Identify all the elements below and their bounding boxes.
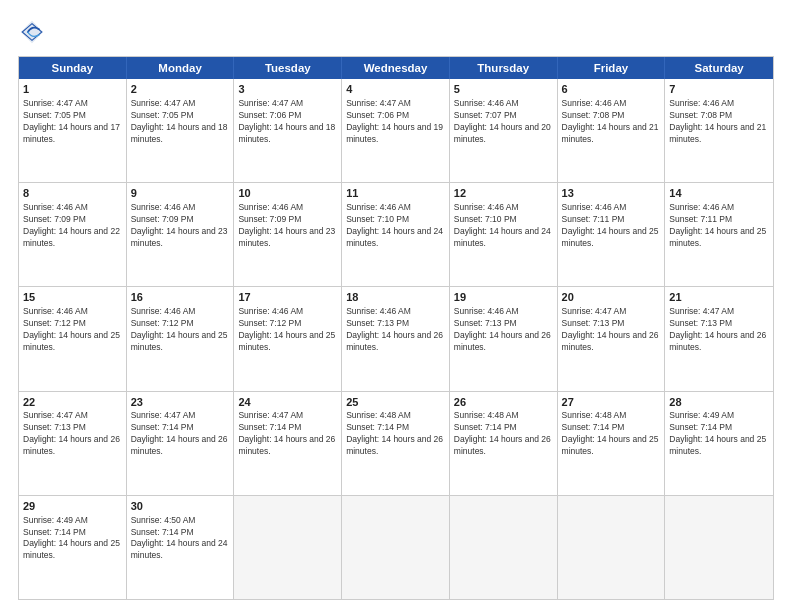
- day-info: Sunrise: 4:46 AMSunset: 7:09 PMDaylight:…: [238, 202, 337, 250]
- empty-cell: [558, 496, 666, 599]
- calendar-week-2: 8Sunrise: 4:46 AMSunset: 7:09 PMDaylight…: [19, 182, 773, 286]
- calendar-header-row: SundayMondayTuesdayWednesdayThursdayFrid…: [19, 57, 773, 79]
- logo-icon: [18, 18, 46, 46]
- header: [18, 18, 774, 46]
- day-number: 14: [669, 186, 769, 201]
- day-cell-4: 4Sunrise: 4:47 AMSunset: 7:06 PMDaylight…: [342, 79, 450, 182]
- day-number: 10: [238, 186, 337, 201]
- day-cell-5: 5Sunrise: 4:46 AMSunset: 7:07 PMDaylight…: [450, 79, 558, 182]
- logo: [18, 18, 50, 46]
- cal-header-thursday: Thursday: [450, 57, 558, 79]
- day-cell-21: 21Sunrise: 4:47 AMSunset: 7:13 PMDayligh…: [665, 287, 773, 390]
- day-info: Sunrise: 4:46 AMSunset: 7:11 PMDaylight:…: [669, 202, 769, 250]
- empty-cell: [665, 496, 773, 599]
- day-info: Sunrise: 4:46 AMSunset: 7:12 PMDaylight:…: [23, 306, 122, 354]
- day-number: 8: [23, 186, 122, 201]
- day-number: 26: [454, 395, 553, 410]
- calendar-week-1: 1Sunrise: 4:47 AMSunset: 7:05 PMDaylight…: [19, 79, 773, 182]
- day-number: 13: [562, 186, 661, 201]
- day-info: Sunrise: 4:46 AMSunset: 7:10 PMDaylight:…: [454, 202, 553, 250]
- day-number: 6: [562, 82, 661, 97]
- day-cell-30: 30Sunrise: 4:50 AMSunset: 7:14 PMDayligh…: [127, 496, 235, 599]
- day-cell-20: 20Sunrise: 4:47 AMSunset: 7:13 PMDayligh…: [558, 287, 666, 390]
- day-number: 21: [669, 290, 769, 305]
- day-cell-12: 12Sunrise: 4:46 AMSunset: 7:10 PMDayligh…: [450, 183, 558, 286]
- day-cell-27: 27Sunrise: 4:48 AMSunset: 7:14 PMDayligh…: [558, 392, 666, 495]
- day-number: 29: [23, 499, 122, 514]
- day-number: 17: [238, 290, 337, 305]
- calendar: SundayMondayTuesdayWednesdayThursdayFrid…: [18, 56, 774, 600]
- day-cell-29: 29Sunrise: 4:49 AMSunset: 7:14 PMDayligh…: [19, 496, 127, 599]
- day-info: Sunrise: 4:47 AMSunset: 7:14 PMDaylight:…: [131, 410, 230, 458]
- day-number: 11: [346, 186, 445, 201]
- cal-header-friday: Friday: [558, 57, 666, 79]
- calendar-body: 1Sunrise: 4:47 AMSunset: 7:05 PMDaylight…: [19, 79, 773, 599]
- day-number: 27: [562, 395, 661, 410]
- day-info: Sunrise: 4:46 AMSunset: 7:12 PMDaylight:…: [238, 306, 337, 354]
- page: SundayMondayTuesdayWednesdayThursdayFrid…: [0, 0, 792, 612]
- day-cell-15: 15Sunrise: 4:46 AMSunset: 7:12 PMDayligh…: [19, 287, 127, 390]
- day-info: Sunrise: 4:46 AMSunset: 7:08 PMDaylight:…: [562, 98, 661, 146]
- day-number: 22: [23, 395, 122, 410]
- day-cell-18: 18Sunrise: 4:46 AMSunset: 7:13 PMDayligh…: [342, 287, 450, 390]
- day-number: 2: [131, 82, 230, 97]
- day-info: Sunrise: 4:46 AMSunset: 7:08 PMDaylight:…: [669, 98, 769, 146]
- day-info: Sunrise: 4:49 AMSunset: 7:14 PMDaylight:…: [669, 410, 769, 458]
- day-cell-14: 14Sunrise: 4:46 AMSunset: 7:11 PMDayligh…: [665, 183, 773, 286]
- day-number: 16: [131, 290, 230, 305]
- day-info: Sunrise: 4:47 AMSunset: 7:05 PMDaylight:…: [23, 98, 122, 146]
- day-cell-17: 17Sunrise: 4:46 AMSunset: 7:12 PMDayligh…: [234, 287, 342, 390]
- day-cell-3: 3Sunrise: 4:47 AMSunset: 7:06 PMDaylight…: [234, 79, 342, 182]
- day-cell-16: 16Sunrise: 4:46 AMSunset: 7:12 PMDayligh…: [127, 287, 235, 390]
- calendar-week-3: 15Sunrise: 4:46 AMSunset: 7:12 PMDayligh…: [19, 286, 773, 390]
- day-number: 18: [346, 290, 445, 305]
- day-number: 4: [346, 82, 445, 97]
- day-number: 20: [562, 290, 661, 305]
- day-info: Sunrise: 4:46 AMSunset: 7:09 PMDaylight:…: [131, 202, 230, 250]
- cal-header-monday: Monday: [127, 57, 235, 79]
- day-info: Sunrise: 4:46 AMSunset: 7:09 PMDaylight:…: [23, 202, 122, 250]
- day-number: 23: [131, 395, 230, 410]
- day-info: Sunrise: 4:47 AMSunset: 7:14 PMDaylight:…: [238, 410, 337, 458]
- day-number: 3: [238, 82, 337, 97]
- day-number: 24: [238, 395, 337, 410]
- day-cell-11: 11Sunrise: 4:46 AMSunset: 7:10 PMDayligh…: [342, 183, 450, 286]
- day-number: 5: [454, 82, 553, 97]
- day-number: 9: [131, 186, 230, 201]
- day-info: Sunrise: 4:47 AMSunset: 7:13 PMDaylight:…: [23, 410, 122, 458]
- day-cell-8: 8Sunrise: 4:46 AMSunset: 7:09 PMDaylight…: [19, 183, 127, 286]
- day-number: 25: [346, 395, 445, 410]
- cal-header-sunday: Sunday: [19, 57, 127, 79]
- day-info: Sunrise: 4:47 AMSunset: 7:06 PMDaylight:…: [346, 98, 445, 146]
- day-cell-7: 7Sunrise: 4:46 AMSunset: 7:08 PMDaylight…: [665, 79, 773, 182]
- day-info: Sunrise: 4:46 AMSunset: 7:12 PMDaylight:…: [131, 306, 230, 354]
- day-info: Sunrise: 4:47 AMSunset: 7:06 PMDaylight:…: [238, 98, 337, 146]
- day-info: Sunrise: 4:46 AMSunset: 7:10 PMDaylight:…: [346, 202, 445, 250]
- day-info: Sunrise: 4:48 AMSunset: 7:14 PMDaylight:…: [346, 410, 445, 458]
- day-info: Sunrise: 4:48 AMSunset: 7:14 PMDaylight:…: [454, 410, 553, 458]
- day-info: Sunrise: 4:48 AMSunset: 7:14 PMDaylight:…: [562, 410, 661, 458]
- day-cell-23: 23Sunrise: 4:47 AMSunset: 7:14 PMDayligh…: [127, 392, 235, 495]
- day-info: Sunrise: 4:50 AMSunset: 7:14 PMDaylight:…: [131, 515, 230, 563]
- day-cell-6: 6Sunrise: 4:46 AMSunset: 7:08 PMDaylight…: [558, 79, 666, 182]
- day-cell-24: 24Sunrise: 4:47 AMSunset: 7:14 PMDayligh…: [234, 392, 342, 495]
- day-cell-9: 9Sunrise: 4:46 AMSunset: 7:09 PMDaylight…: [127, 183, 235, 286]
- calendar-week-5: 29Sunrise: 4:49 AMSunset: 7:14 PMDayligh…: [19, 495, 773, 599]
- day-info: Sunrise: 4:49 AMSunset: 7:14 PMDaylight:…: [23, 515, 122, 563]
- day-info: Sunrise: 4:46 AMSunset: 7:13 PMDaylight:…: [346, 306, 445, 354]
- day-cell-1: 1Sunrise: 4:47 AMSunset: 7:05 PMDaylight…: [19, 79, 127, 182]
- day-info: Sunrise: 4:47 AMSunset: 7:13 PMDaylight:…: [562, 306, 661, 354]
- day-number: 30: [131, 499, 230, 514]
- cal-header-wednesday: Wednesday: [342, 57, 450, 79]
- day-number: 19: [454, 290, 553, 305]
- day-info: Sunrise: 4:46 AMSunset: 7:07 PMDaylight:…: [454, 98, 553, 146]
- day-cell-25: 25Sunrise: 4:48 AMSunset: 7:14 PMDayligh…: [342, 392, 450, 495]
- empty-cell: [450, 496, 558, 599]
- calendar-week-4: 22Sunrise: 4:47 AMSunset: 7:13 PMDayligh…: [19, 391, 773, 495]
- empty-cell: [234, 496, 342, 599]
- day-cell-19: 19Sunrise: 4:46 AMSunset: 7:13 PMDayligh…: [450, 287, 558, 390]
- day-cell-2: 2Sunrise: 4:47 AMSunset: 7:05 PMDaylight…: [127, 79, 235, 182]
- day-number: 15: [23, 290, 122, 305]
- day-cell-22: 22Sunrise: 4:47 AMSunset: 7:13 PMDayligh…: [19, 392, 127, 495]
- day-cell-28: 28Sunrise: 4:49 AMSunset: 7:14 PMDayligh…: [665, 392, 773, 495]
